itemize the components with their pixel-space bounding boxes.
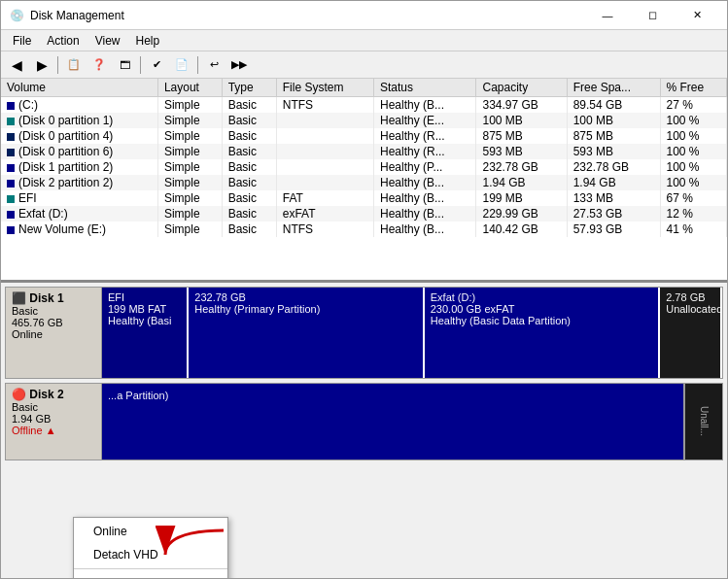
col-filesystem[interactable]: File System xyxy=(276,79,373,97)
cell-pctfree: 100 % xyxy=(660,175,727,190)
disk1-unallocated[interactable]: 2.78 GB Unallocated xyxy=(660,288,722,378)
cell-free: 27.53 GB xyxy=(567,206,660,221)
cell-fs xyxy=(276,128,373,144)
table-row[interactable]: (Disk 1 partition 2) Simple Basic Health… xyxy=(1,159,727,175)
disk1-main-size: 232.78 GB xyxy=(194,291,416,303)
disk1-efi-size: 199 MB FAT xyxy=(108,303,181,315)
cell-pctfree: 67 % xyxy=(660,190,727,206)
disk1-label: ⬛ Disk 1 Basic 465.76 GB Online xyxy=(5,287,102,379)
context-menu-properties[interactable]: Properties xyxy=(74,571,227,578)
toolbar-btn-4[interactable]: ❓ xyxy=(87,54,111,76)
disk1-efi-name: EFI xyxy=(108,291,181,303)
disk1-exfat-name: Exfat (D:) xyxy=(431,291,652,303)
disk1-exfat-partition[interactable]: Exfat (D:) 230.00 GB exFAT Healthy (Basi… xyxy=(425,288,660,378)
cell-capacity: 875 MB xyxy=(476,128,567,144)
disk1-name: ⬛ Disk 1 xyxy=(12,291,95,305)
col-volume[interactable]: Volume xyxy=(1,79,157,97)
toolbar-btn-9[interactable]: ▶▶ xyxy=(227,54,251,76)
forward-button[interactable]: ▶ xyxy=(30,54,53,76)
table-row[interactable]: (Disk 0 partition 6) Simple Basic Health… xyxy=(1,144,727,159)
table-row[interactable]: (C:) Simple Basic NTFS Healthy (B... 334… xyxy=(1,97,727,114)
disk2-inner: ...a Partition) xyxy=(102,384,683,407)
cell-free: 100 MB xyxy=(567,113,660,128)
cell-free: 875 MB xyxy=(567,128,660,144)
cell-fs xyxy=(276,144,373,159)
cell-capacity: 334.97 GB xyxy=(476,97,567,114)
cell-status: Healthy (E... xyxy=(373,113,476,128)
col-layout[interactable]: Layout xyxy=(157,79,222,97)
cell-free: 1.94 GB xyxy=(567,175,660,190)
col-status[interactable]: Status xyxy=(373,79,476,97)
cell-layout: Simple xyxy=(157,190,222,206)
table-row[interactable]: EFI Simple Basic FAT Healthy (B... 199 M… xyxy=(1,190,727,206)
title-bar: 💿 Disk Management — ◻ ✕ xyxy=(1,1,727,30)
cell-capacity: 593 MB xyxy=(476,144,567,159)
cell-layout: Simple xyxy=(157,159,222,175)
cell-fs: NTFS xyxy=(276,97,373,114)
cell-fs: NTFS xyxy=(276,221,373,237)
disk2-partition-text: ...a Partition) xyxy=(108,390,168,401)
volume-table-area[interactable]: Volume Layout Type File System Status Ca… xyxy=(1,79,727,283)
cell-pctfree: 100 % xyxy=(660,144,727,159)
cell-type: Basic xyxy=(222,206,276,221)
cell-fs: exFAT xyxy=(276,206,373,221)
menu-help[interactable]: Help xyxy=(128,32,168,50)
disk1-exfat-size: 230.00 GB exFAT xyxy=(431,303,652,315)
table-row[interactable]: (Disk 0 partition 1) Simple Basic Health… xyxy=(1,113,727,128)
minimize-button[interactable]: — xyxy=(585,1,630,30)
menu-file[interactable]: File xyxy=(5,32,39,50)
cell-status: Healthy (B... xyxy=(373,190,476,206)
menu-view[interactable]: View xyxy=(87,32,128,50)
disk1-row: ⬛ Disk 1 Basic 465.76 GB Online EFI 199 … xyxy=(5,287,723,379)
cell-layout: Simple xyxy=(157,206,222,221)
toolbar-btn-3[interactable]: 📋 xyxy=(62,54,86,76)
context-menu-detach-vhd[interactable]: Detach VHD xyxy=(74,543,227,566)
cell-pctfree: 41 % xyxy=(660,221,727,237)
cell-type: Basic xyxy=(222,190,276,206)
app-icon: 💿 xyxy=(9,8,24,23)
disk2-size: 1.94 GB xyxy=(12,413,95,425)
table-row[interactable]: (Disk 0 partition 4) Simple Basic Health… xyxy=(1,128,727,144)
cell-status: Healthy (B... xyxy=(373,97,476,114)
disk1-type: Basic xyxy=(12,305,95,317)
col-freespace[interactable]: Free Spa... xyxy=(567,79,660,97)
cell-layout: Simple xyxy=(157,128,222,144)
disk2-partitions[interactable]: ...a Partition) xyxy=(102,383,684,460)
cell-layout: Simple xyxy=(157,221,222,237)
cell-type: Basic xyxy=(222,128,276,144)
cell-free: 133 MB xyxy=(567,190,660,206)
volume-table: Volume Layout Type File System Status Ca… xyxy=(1,79,727,237)
cell-layout: Simple xyxy=(157,113,222,128)
cell-free: 593 MB xyxy=(567,144,660,159)
close-button[interactable]: ✕ xyxy=(675,1,719,30)
col-type[interactable]: Type xyxy=(222,79,276,97)
cell-status: Healthy (B... xyxy=(373,175,476,190)
cell-volume: (Disk 2 partition 2) xyxy=(1,175,157,190)
toolbar-btn-7[interactable]: 📄 xyxy=(170,54,193,76)
cell-pctfree: 12 % xyxy=(660,206,727,221)
disk-panel: ⬛ Disk 1 Basic 465.76 GB Online EFI 199 … xyxy=(1,283,727,578)
context-menu-online[interactable]: Online xyxy=(74,520,227,543)
table-row[interactable]: (Disk 2 partition 2) Simple Basic Health… xyxy=(1,175,727,190)
back-button[interactable]: ◀ xyxy=(5,54,28,76)
menu-action[interactable]: Action xyxy=(39,32,87,50)
cell-volume: (C:) xyxy=(1,97,157,114)
cell-fs xyxy=(276,113,373,128)
cell-layout: Simple xyxy=(157,144,222,159)
col-capacity[interactable]: Capacity xyxy=(476,79,567,97)
disk1-main-partition[interactable]: 232.78 GB Healthy (Primary Partition) xyxy=(189,288,424,378)
disk1-partitions: EFI 199 MB FAT Healthy (Basi 232.78 GB H… xyxy=(102,287,723,379)
maximize-button[interactable]: ◻ xyxy=(630,1,675,30)
cell-fs: FAT xyxy=(276,190,373,206)
cell-type: Basic xyxy=(222,159,276,175)
toolbar-btn-8[interactable]: ↩ xyxy=(202,54,225,76)
table-row[interactable]: Exfat (D:) Simple Basic exFAT Healthy (B… xyxy=(1,206,727,221)
disk1-size: 465.76 GB xyxy=(12,317,95,328)
col-pctfree[interactable]: % Free xyxy=(660,79,727,97)
table-row[interactable]: New Volume (E:) Simple Basic NTFS Health… xyxy=(1,221,727,237)
cell-status: Healthy (R... xyxy=(373,144,476,159)
toolbar-btn-6[interactable]: ✔ xyxy=(145,54,168,76)
toolbar-btn-5[interactable]: 🗔 xyxy=(113,54,136,76)
disk1-efi-partition[interactable]: EFI 199 MB FAT Healthy (Basi xyxy=(102,288,189,378)
main-window: 💿 Disk Management — ◻ ✕ File Action View… xyxy=(0,0,728,579)
